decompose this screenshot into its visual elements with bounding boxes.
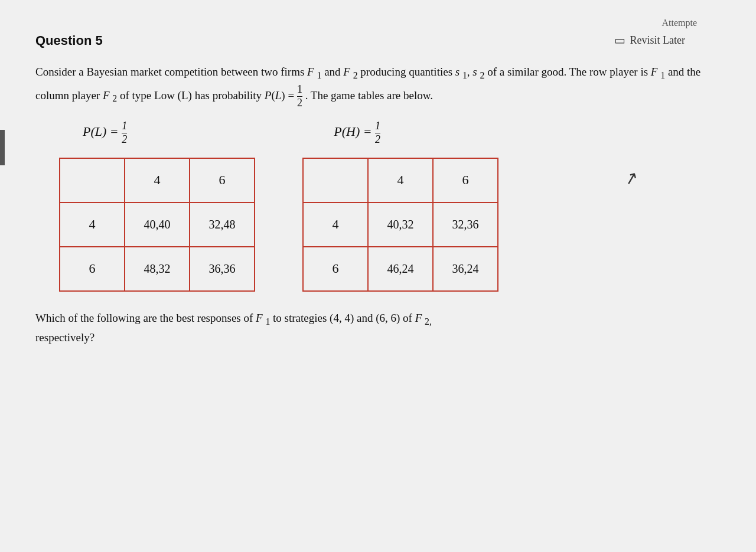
col-header-4: 4 bbox=[125, 158, 190, 202]
table-right-section: 4 6 4 40,32 32,36 6 46,24 36,24 bbox=[302, 158, 498, 292]
table-row: 6 48,32 36,36 bbox=[60, 247, 255, 291]
prob-L-label: P(L) = 1 2 bbox=[83, 120, 127, 146]
question-header: Question 5 ▭ Revisit Later bbox=[35, 33, 721, 48]
row-header-6: 6 bbox=[303, 247, 368, 291]
table-row: 6 46,24 36,24 bbox=[303, 247, 498, 291]
revisit-label: Revisit Later bbox=[630, 34, 685, 47]
page-wrapper: Attempte Question 5 ▭ Revisit Later Cons… bbox=[0, 0, 756, 552]
left-bookmark bbox=[0, 130, 5, 165]
cell-64: 46,24 bbox=[368, 247, 433, 291]
cell-64: 48,32 bbox=[125, 247, 190, 291]
cell-66: 36,36 bbox=[190, 247, 255, 291]
col-header-6: 6 bbox=[433, 158, 498, 202]
cell-44: 40,40 bbox=[125, 202, 190, 247]
table-left-section: 4 6 4 40,40 32,48 6 48,32 36,36 bbox=[59, 158, 255, 292]
prob-H-label: P(H) = 1 2 bbox=[334, 120, 380, 146]
table-row: 4 6 bbox=[60, 158, 255, 202]
col-header-6: 6 bbox=[190, 158, 255, 202]
question-body: Consider a Bayesian market competition b… bbox=[35, 63, 721, 109]
cell-66: 36,24 bbox=[433, 247, 498, 291]
probability-labels: P(L) = 1 2 P(H) = 1 2 bbox=[83, 120, 721, 146]
row-header-4: 4 bbox=[60, 202, 125, 247]
col-header-4: 4 bbox=[368, 158, 433, 202]
table-right: 4 6 4 40,32 32,36 6 46,24 36,24 bbox=[302, 158, 498, 292]
row-header-6: 6 bbox=[60, 247, 125, 291]
table-row: 4 40,32 32,36 bbox=[303, 202, 498, 247]
corner-cell bbox=[60, 158, 125, 202]
table-left: 4 6 4 40,40 32,48 6 48,32 36,36 bbox=[59, 158, 255, 292]
cell-46: 32,36 bbox=[433, 202, 498, 247]
cell-46: 32,48 bbox=[190, 202, 255, 247]
table-row: 4 40,40 32,48 bbox=[60, 202, 255, 247]
row-header-4: 4 bbox=[303, 202, 368, 247]
revisit-later-button[interactable]: ▭ Revisit Later bbox=[614, 33, 685, 47]
top-bar: Attempte bbox=[35, 18, 721, 28]
attempted-label: Attempte bbox=[662, 18, 697, 28]
question-title: Question 5 bbox=[35, 33, 103, 48]
bottom-question: Which of the following are the best resp… bbox=[35, 309, 721, 347]
corner-cell bbox=[303, 158, 368, 202]
table-row: 4 6 bbox=[303, 158, 498, 202]
cell-44: 40,32 bbox=[368, 202, 433, 247]
bookmark-icon: ▭ bbox=[614, 33, 625, 47]
tables-container: 4 6 4 40,40 32,48 6 48,32 36,36 bbox=[59, 158, 721, 292]
